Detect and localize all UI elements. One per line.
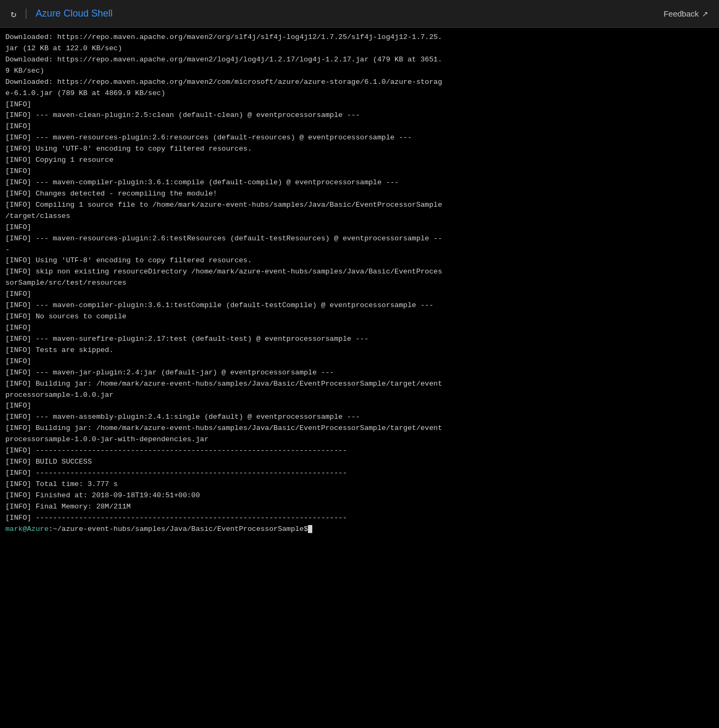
terminal-line: [INFO] ---------------------------------… xyxy=(5,468,714,479)
titlebar: ↻ | Azure Cloud Shell Feedback ↗ xyxy=(0,0,719,28)
terminal-line: [INFO] xyxy=(5,166,714,177)
terminal-line: e-6.1.0.jar (789 KB at 4869.9 KB/sec) xyxy=(5,88,714,99)
terminal-line: - xyxy=(5,245,714,256)
terminal-line: [INFO] --- maven-assembly-plugin:2.4.1:s… xyxy=(5,412,714,423)
terminal-line: [INFO] xyxy=(5,99,714,111)
feedback-button[interactable]: Feedback ↗ xyxy=(663,9,708,18)
terminal-line: [INFO] Finished at: 2018-09-18T19:40:51+… xyxy=(5,490,714,502)
prompt-path: :~/azure-event-hubs/samples/Java/Basic/E… xyxy=(49,525,304,533)
terminal-line: [INFO] Final Memory: 28M/211M xyxy=(5,502,714,513)
terminal-line: [INFO] xyxy=(5,401,714,412)
terminal-line: [INFO] --- maven-compiler-plugin:3.6.1:c… xyxy=(5,177,714,189)
terminal-line: Downloaded: https://repo.maven.apache.or… xyxy=(5,54,714,66)
terminal-line: [INFO] BUILD SUCCESS xyxy=(5,457,714,468)
prompt-dollar: $ xyxy=(304,525,308,533)
terminal-line: [INFO] Tests are skipped. xyxy=(5,345,714,356)
prompt-line: mark@Azure:~/azure-event-hubs/samples/Ja… xyxy=(5,524,714,535)
terminal-line: Downloaded: https://repo.maven.apache.or… xyxy=(5,32,714,43)
terminal-line: Downloaded: https://repo.maven.apache.or… xyxy=(5,77,714,88)
external-link-icon: ↗ xyxy=(702,10,708,18)
terminal-line: [INFO] xyxy=(5,222,714,233)
feedback-label: Feedback xyxy=(663,9,699,18)
terminal-line: sorSample/src/test/resources xyxy=(5,278,714,289)
terminal-line: [INFO] ---------------------------------… xyxy=(5,513,714,524)
terminal-line: [INFO] skip non existing resourceDirecto… xyxy=(5,267,714,278)
terminal-line: [INFO] Total time: 3.777 s xyxy=(5,479,714,490)
terminal-line: processorsample-1.0.0-jar-with-dependenc… xyxy=(5,434,714,445)
terminal-line: [INFO] No sources to compile xyxy=(5,311,714,323)
terminal-line: /target/classes xyxy=(5,211,714,222)
terminal-line: [INFO] xyxy=(5,356,714,367)
cursor xyxy=(308,525,312,533)
terminal-output[interactable]: Downloaded: https://repo.maven.apache.or… xyxy=(0,28,719,728)
terminal-line: [INFO] Using 'UTF-8' encoding to copy fi… xyxy=(5,255,714,267)
terminal-line: [INFO] --- maven-clean-plugin:2.5:clean … xyxy=(5,110,714,121)
prompt-user: mark@Azure xyxy=(5,525,49,533)
terminal-line: [INFO] Using 'UTF-8' encoding to copy fi… xyxy=(5,144,714,155)
terminal-line: [INFO] --- maven-resources-plugin:2.6:re… xyxy=(5,132,714,144)
terminal-line: [INFO] xyxy=(5,323,714,334)
refresh-icon[interactable]: ↻ xyxy=(11,8,17,20)
terminal-line: [INFO] Building jar: /home/mark/azure-ev… xyxy=(5,379,714,390)
terminal-line: [INFO] Copying 1 resource xyxy=(5,155,714,166)
terminal-line: [INFO] ---------------------------------… xyxy=(5,445,714,457)
divider: | xyxy=(23,7,29,20)
terminal-line: [INFO] --- maven-surefire-plugin:2.17:te… xyxy=(5,334,714,345)
terminal-line: [INFO] --- maven-jar-plugin:2.4:jar (def… xyxy=(5,367,714,379)
titlebar-left: ↻ | Azure Cloud Shell xyxy=(11,7,113,20)
app-title: Azure Cloud Shell xyxy=(36,8,113,19)
terminal-line: [INFO] --- maven-compiler-plugin:3.6.1:t… xyxy=(5,300,714,311)
terminal-line: [INFO] Compiling 1 source file to /home/… xyxy=(5,200,714,211)
terminal-line: [INFO] Changes detected - recompiling th… xyxy=(5,189,714,200)
terminal-line: processorsample-1.0.0.jar xyxy=(5,390,714,401)
terminal-line: [INFO] xyxy=(5,289,714,300)
terminal-line: 9 KB/sec) xyxy=(5,66,714,77)
terminal-line: jar (12 KB at 122.0 KB/sec) xyxy=(5,43,714,54)
terminal-line: [INFO] --- maven-resources-plugin:2.6:te… xyxy=(5,233,714,245)
terminal-line: [INFO] Building jar: /home/mark/azure-ev… xyxy=(5,423,714,434)
terminal-line: [INFO] xyxy=(5,121,714,132)
